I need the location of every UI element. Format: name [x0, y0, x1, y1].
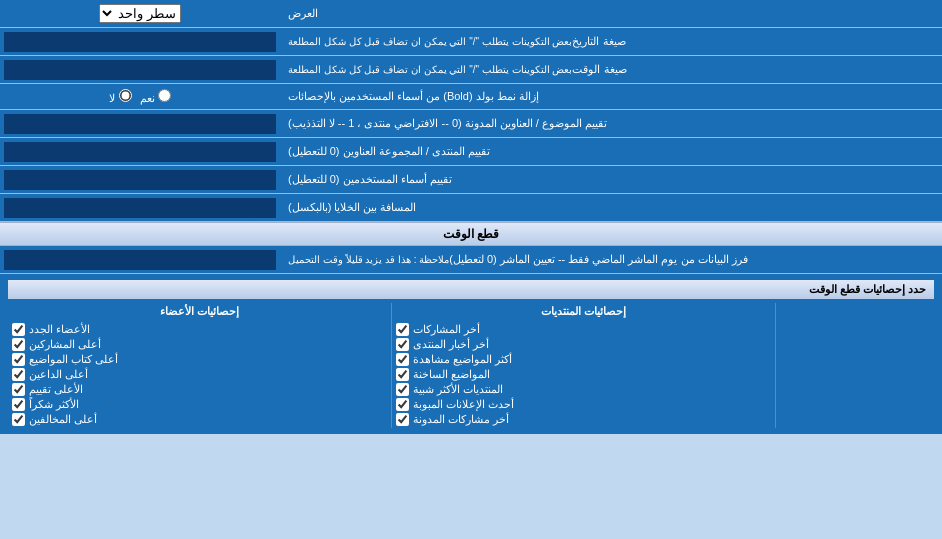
time-cut-row: فرز البيانات من يوم الماشر الماضي فقط --… — [0, 246, 942, 274]
checkbox-last-blog-posts[interactable] — [396, 413, 409, 426]
checkbox-item-top-violators: أعلى المخالفين — [12, 413, 387, 426]
date-format-row: صيغة التاريخبعض التكوينات يتطلب "/" التي… — [0, 28, 942, 56]
checkbox-item-most-thanked: الأكثر شكراً — [12, 398, 387, 411]
top-label-text: العرض — [288, 6, 318, 21]
radio-no[interactable] — [119, 89, 132, 102]
cell-padding-row: المسافة بين الخلايا (بالبكسل) 2 — [0, 194, 942, 222]
checkbox-hot-topics[interactable] — [396, 368, 409, 381]
forum-sort-row: تقييم المنتدى / المجموعة العناوين (0 للت… — [0, 138, 942, 166]
checkbox-new-members[interactable] — [12, 323, 25, 336]
checkbox-last-posts[interactable] — [396, 323, 409, 336]
checkboxes-section: حدد إحصائيات قطع الوقت إحصائيات المنتديا… — [0, 274, 942, 434]
forum-sort-input-area: 33 — [0, 138, 280, 165]
topic-sort-input-area: 33 — [0, 110, 280, 137]
date-format-label: صيغة التاريخبعض التكوينات يتطلب "/" التي… — [280, 28, 942, 55]
cell-padding-input-area: 2 — [0, 194, 280, 221]
user-sort-input[interactable]: 0 — [4, 170, 276, 190]
checkbox-col-empty — [775, 303, 934, 428]
checkbox-top-topic-writers[interactable] — [12, 353, 25, 366]
checkbox-item-last-forum-news: أخر أخبار المنتدى — [396, 338, 771, 351]
checkbox-highest-rated[interactable] — [12, 383, 25, 396]
time-cut-title: قطع الوقت — [443, 227, 499, 241]
topic-sort-input[interactable]: 33 — [4, 114, 276, 134]
date-format-input[interactable]: d-m — [4, 32, 276, 52]
checkboxes-grid: إحصائيات المنتديات أخر المشاركات أخر أخب… — [8, 303, 934, 428]
user-sort-label: تقييم أسماء المستخدمين (0 للتعطيل) — [280, 166, 942, 193]
checkboxes-header-text: حدد إحصائيات قطع الوقت — [809, 283, 926, 295]
cell-padding-input[interactable]: 2 — [4, 198, 276, 218]
display-select[interactable]: سطر واحدسطرينثلاثة أسطر — [99, 4, 181, 23]
time-format-input[interactable]: H:i — [4, 60, 276, 80]
checkbox-col-members: إحصائيات الأعضاء الأعضاء الجدد أعلى المش… — [8, 303, 391, 428]
checkbox-latest-classified-ads[interactable] — [396, 398, 409, 411]
cell-padding-label: المسافة بين الخلايا (بالبكسل) — [280, 194, 942, 221]
checkbox-top-participants[interactable] — [12, 338, 25, 351]
members-stats-header: إحصائيات الأعضاء — [12, 305, 387, 318]
checkbox-top-violators[interactable] — [12, 413, 25, 426]
bold-remove-radio-cell: نعم لا — [0, 87, 280, 107]
time-format-row: صيغة الوقتبعض التكوينات يتطلب "/" التي ي… — [0, 56, 942, 84]
checkbox-top-callers[interactable] — [12, 368, 25, 381]
checkbox-item-highest-rated: الأعلى تقييم — [12, 383, 387, 396]
checkbox-most-similar-forums[interactable] — [396, 383, 409, 396]
topic-sort-row: تقييم الموضوع / العناوين المدونة (0 -- ا… — [0, 110, 942, 138]
checkbox-item-top-participants: أعلى المشاركين — [12, 338, 387, 351]
radio-yes-label: نعم — [140, 89, 171, 105]
checkbox-item-last-posts: أخر المشاركات — [396, 323, 771, 336]
time-cut-input-area: 0 — [0, 246, 280, 273]
checkbox-item-top-callers: أعلى الداعين — [12, 368, 387, 381]
checkbox-item-most-viewed: أكثر المواضيع مشاهدة — [396, 353, 771, 366]
forum-sort-label: تقييم المنتدى / المجموعة العناوين (0 للت… — [280, 138, 942, 165]
user-sort-input-area: 0 — [0, 166, 280, 193]
bold-remove-row: إزالة نمط بولد (Bold) من أسماء المستخدمي… — [0, 84, 942, 110]
radio-no-label: لا — [109, 89, 131, 105]
time-cut-header: قطع الوقت — [0, 222, 942, 246]
time-cut-label: فرز البيانات من يوم الماشر الماضي فقط --… — [280, 246, 942, 273]
bold-remove-label: إزالة نمط بولد (Bold) من أسماء المستخدمي… — [280, 85, 942, 108]
checkbox-item-most-similar-forums: المنتديات الأكثر شبية — [396, 383, 771, 396]
checkbox-item-top-topic-writers: أعلى كتاب المواضيع — [12, 353, 387, 366]
checkbox-item-hot-topics: المواضيع الساخنة — [396, 368, 771, 381]
forum-stats-header: إحصائيات المنتديات — [396, 305, 771, 318]
checkbox-last-forum-news[interactable] — [396, 338, 409, 351]
time-cut-input[interactable]: 0 — [4, 250, 276, 270]
main-container: العرض سطر واحدسطرينثلاثة أسطر صيغة التار… — [0, 0, 942, 434]
top-label: العرض — [280, 0, 942, 27]
topic-sort-label: تقييم الموضوع / العناوين المدونة (0 -- ا… — [280, 110, 942, 137]
user-sort-row: تقييم أسماء المستخدمين (0 للتعطيل) 0 — [0, 166, 942, 194]
checkbox-most-viewed[interactable] — [396, 353, 409, 366]
date-format-input-area: d-m — [0, 28, 280, 55]
radio-yes[interactable] — [158, 89, 171, 102]
time-format-label: صيغة الوقتبعض التكوينات يتطلب "/" التي ي… — [280, 56, 942, 83]
checkbox-item-last-blog-posts: أخر مشاركات المدونة — [396, 413, 771, 426]
header-row: العرض سطر واحدسطرينثلاثة أسطر — [0, 0, 942, 28]
checkbox-item-new-members: الأعضاء الجدد — [12, 323, 387, 336]
time-format-input-area: H:i — [0, 56, 280, 83]
checkbox-col-forums: إحصائيات المنتديات أخر المشاركات أخر أخب… — [391, 303, 775, 428]
checkbox-most-thanked[interactable] — [12, 398, 25, 411]
checkboxes-header: حدد إحصائيات قطع الوقت — [8, 280, 934, 299]
checkbox-item-latest-classified-ads: أحدث الإعلانات المبوبة — [396, 398, 771, 411]
header-input-area: سطر واحدسطرينثلاثة أسطر — [0, 0, 280, 27]
forum-sort-input[interactable]: 33 — [4, 142, 276, 162]
